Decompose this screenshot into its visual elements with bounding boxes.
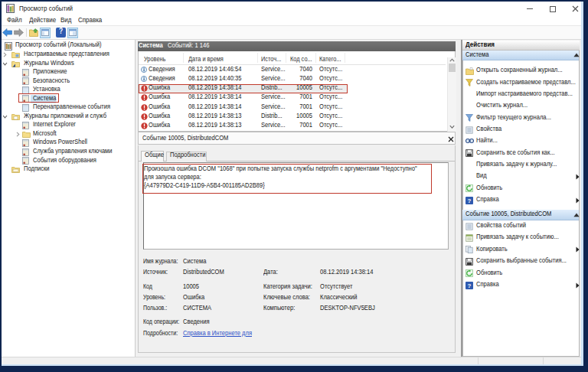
svg-text:?: ?	[467, 282, 471, 289]
svg-text:?: ?	[467, 197, 471, 204]
